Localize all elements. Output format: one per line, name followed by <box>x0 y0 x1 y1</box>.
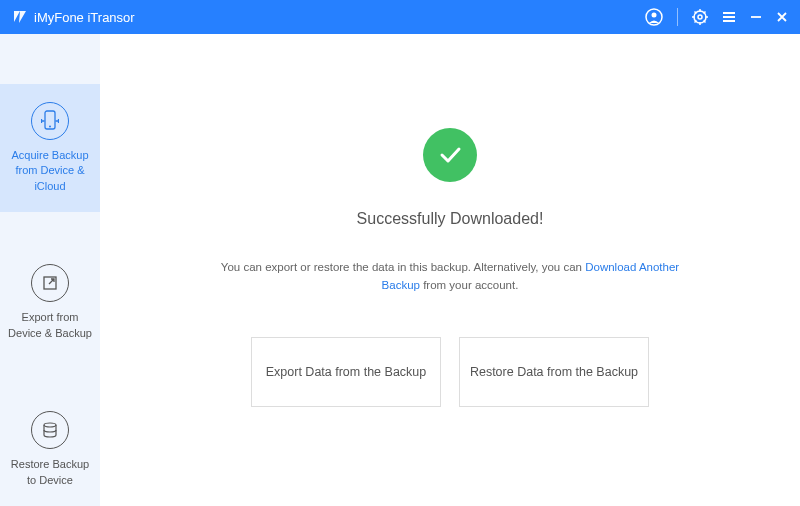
button-label: Restore Data from the Backup <box>470 365 638 379</box>
app-logo: iMyFone iTransor <box>12 9 135 25</box>
svg-point-1 <box>652 13 657 18</box>
success-title: Successfully Downloaded! <box>357 210 544 228</box>
text-after-link: from your account. <box>420 279 518 291</box>
app-title: iMyFone iTransor <box>34 10 135 25</box>
sidebar-item-label: Export from Device & Backup <box>8 310 92 341</box>
success-description: You can export or restore the data in th… <box>210 258 690 295</box>
account-icon[interactable] <box>645 8 663 26</box>
gear-icon[interactable] <box>692 9 708 25</box>
sidebar-item-export[interactable]: Export from Device & Backup <box>0 246 100 359</box>
export-icon <box>31 264 69 302</box>
button-label: Export Data from the Backup <box>266 365 427 379</box>
sidebar-item-label: Acquire Backup from Device & iCloud <box>8 148 92 194</box>
sidebar: Acquire Backup from Device & iCloud Expo… <box>0 34 100 506</box>
export-data-button[interactable]: Export Data from the Backup <box>251 337 441 407</box>
menu-icon[interactable] <box>722 10 736 24</box>
sidebar-item-acquire-backup[interactable]: Acquire Backup from Device & iCloud <box>0 84 100 212</box>
success-check-icon <box>423 128 477 182</box>
header-controls <box>645 8 788 26</box>
main-container: Acquire Backup from Device & iCloud Expo… <box>0 34 800 506</box>
minimize-icon[interactable] <box>750 11 762 23</box>
text-before-link: You can export or restore the data in th… <box>221 261 585 273</box>
restore-icon <box>31 411 69 449</box>
title-bar: iMyFone iTransor <box>0 0 800 34</box>
device-icon <box>31 102 69 140</box>
sidebar-item-label: Restore Backup to Device <box>8 457 92 488</box>
app-logon-icon <box>12 9 28 25</box>
action-buttons: Export Data from the Backup Restore Data… <box>251 337 649 407</box>
svg-point-7 <box>44 423 56 427</box>
content-area: Successfully Downloaded! You can export … <box>100 34 800 506</box>
divider <box>677 8 678 26</box>
restore-data-button[interactable]: Restore Data from the Backup <box>459 337 649 407</box>
sidebar-item-restore[interactable]: Restore Backup to Device <box>0 393 100 506</box>
svg-point-5 <box>49 126 51 128</box>
close-icon[interactable] <box>776 11 788 23</box>
svg-point-3 <box>698 15 702 19</box>
